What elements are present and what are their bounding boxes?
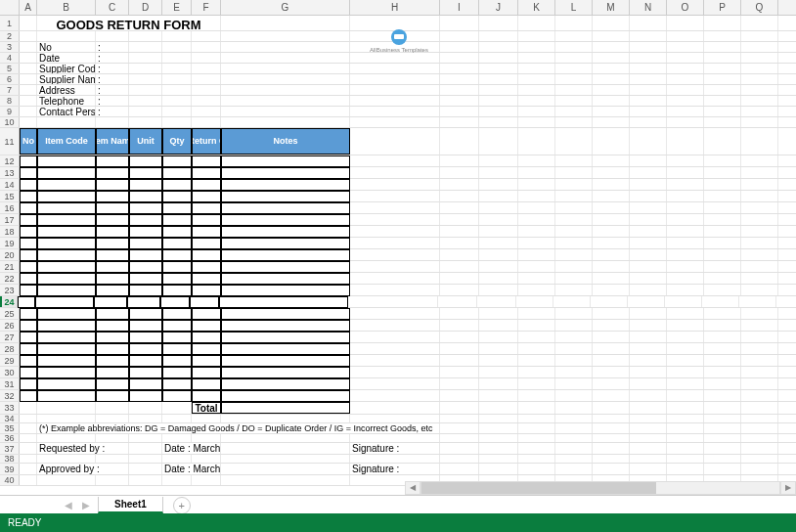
table-cell[interactable]: [162, 261, 192, 273]
row-header[interactable]: 4: [0, 53, 20, 63]
cell[interactable]: [440, 107, 479, 116]
cell[interactable]: [704, 402, 741, 414]
table-cell[interactable]: [221, 226, 350, 238]
cell[interactable]: [741, 343, 778, 354]
cell[interactable]: [440, 16, 479, 30]
row-header[interactable]: 2: [0, 31, 20, 41]
table-cell[interactable]: [96, 308, 129, 320]
cell[interactable]: [518, 96, 555, 106]
cell[interactable]: [350, 273, 440, 284]
cell[interactable]: [96, 415, 129, 422]
cell[interactable]: [667, 74, 704, 84]
cell[interactable]: [628, 296, 665, 307]
cell[interactable]: [350, 128, 440, 155]
table-cell[interactable]: [129, 355, 162, 367]
cell[interactable]: [593, 42, 630, 52]
cell[interactable]: [518, 423, 555, 433]
cell[interactable]: [37, 434, 96, 442]
table-cell[interactable]: [221, 285, 350, 296]
cell[interactable]: [350, 167, 440, 178]
cell[interactable]: [704, 332, 741, 342]
cell[interactable]: [162, 53, 192, 63]
cell[interactable]: [162, 74, 192, 84]
cell[interactable]: [593, 31, 630, 41]
cell[interactable]: [518, 464, 555, 474]
cell[interactable]: [516, 296, 553, 307]
cell[interactable]: [479, 332, 518, 342]
table-cell[interactable]: [37, 390, 96, 402]
cell[interactable]: [192, 475, 221, 485]
table-cell[interactable]: [37, 273, 96, 285]
cell[interactable]: [162, 42, 192, 52]
table-cell[interactable]: [162, 367, 192, 378]
cell[interactable]: [741, 273, 778, 284]
cell[interactable]: [593, 261, 630, 272]
cell[interactable]: [479, 320, 518, 331]
row-header[interactable]: 14: [0, 179, 20, 190]
cell[interactable]: [741, 167, 778, 178]
table-cell[interactable]: [96, 155, 129, 167]
info-sep[interactable]: :: [96, 96, 129, 106]
cell[interactable]: [221, 415, 350, 422]
cell[interactable]: [630, 53, 667, 63]
cell[interactable]: [221, 117, 350, 127]
total-label[interactable]: Total: [192, 402, 221, 414]
cell[interactable]: [555, 42, 593, 52]
cell[interactable]: [479, 64, 518, 73]
cell[interactable]: [350, 117, 440, 127]
table-cell[interactable]: [96, 261, 129, 273]
table-cell[interactable]: [192, 390, 221, 402]
table-cell[interactable]: [37, 214, 96, 226]
table-cell[interactable]: [96, 226, 129, 238]
table-cell[interactable]: [20, 308, 37, 320]
row-header[interactable]: 34: [0, 415, 20, 422]
cell[interactable]: [479, 53, 518, 63]
table-cell[interactable]: [192, 332, 221, 343]
cell[interactable]: [555, 355, 593, 366]
cell[interactable]: [704, 226, 741, 237]
cell[interactable]: [479, 434, 518, 442]
cell[interactable]: [221, 42, 350, 52]
cell[interactable]: [350, 85, 440, 95]
cell[interactable]: [741, 117, 778, 127]
info-label[interactable]: Telephone: [37, 96, 96, 106]
row-header[interactable]: 18: [0, 226, 20, 237]
horizontal-scrollbar[interactable]: ◀ ▶: [405, 479, 796, 497]
cell[interactable]: [192, 455, 221, 463]
table-cell[interactable]: [20, 249, 37, 261]
cell[interactable]: [667, 402, 704, 414]
cell[interactable]: [129, 443, 162, 454]
cell[interactable]: [667, 42, 704, 52]
cell[interactable]: [593, 238, 630, 248]
cell[interactable]: [630, 455, 667, 463]
table-cell[interactable]: [20, 214, 37, 226]
cell[interactable]: [667, 214, 704, 225]
table-cell[interactable]: [37, 320, 96, 332]
cell[interactable]: [162, 402, 192, 414]
cell[interactable]: [129, 434, 162, 442]
cell[interactable]: [96, 31, 129, 41]
cell[interactable]: [350, 320, 440, 331]
cell[interactable]: [593, 96, 630, 106]
cell[interactable]: [741, 443, 778, 454]
row-header[interactable]: 16: [0, 202, 20, 213]
cell[interactable]: [555, 31, 593, 41]
table-cell[interactable]: [129, 378, 162, 390]
cell[interactable]: [440, 96, 479, 106]
cell[interactable]: [350, 179, 440, 190]
cell[interactable]: [741, 434, 778, 442]
cell[interactable]: [162, 455, 192, 463]
cell[interactable]: [591, 296, 628, 307]
row-header[interactable]: 13: [0, 167, 20, 178]
cell[interactable]: [593, 390, 630, 401]
footer-label[interactable]: Approved by :: [37, 464, 129, 474]
table-cell[interactable]: [37, 249, 96, 261]
table-cell[interactable]: [129, 249, 162, 261]
cell[interactable]: [704, 464, 741, 474]
cell[interactable]: [630, 343, 667, 354]
cell[interactable]: [518, 85, 555, 95]
table-cell[interactable]: [192, 320, 221, 332]
table-cell[interactable]: [20, 343, 37, 355]
cell[interactable]: [593, 423, 630, 433]
cell[interactable]: [593, 273, 630, 284]
